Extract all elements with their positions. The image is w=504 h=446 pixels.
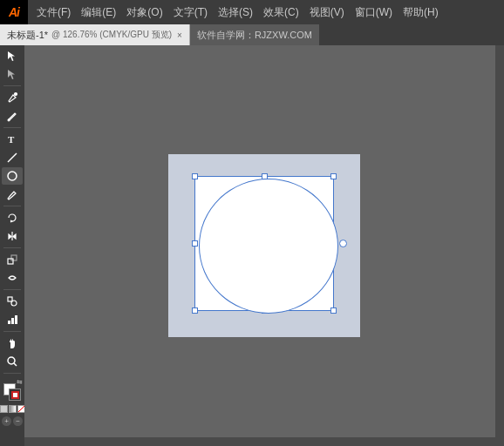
svg-rect-11 bbox=[8, 297, 12, 301]
tab-active-info: @ 126.76% (CMYK/GPU 预览) bbox=[51, 29, 172, 41]
selection-tool[interactable] bbox=[2, 47, 23, 64]
menu-view[interactable]: 视图(V) bbox=[304, 0, 350, 24]
menu-object[interactable]: 对象(O) bbox=[121, 0, 167, 24]
main-area: T bbox=[0, 45, 504, 446]
tool-separator-7 bbox=[3, 373, 21, 374]
app-logo: Ai bbox=[0, 0, 28, 24]
svg-text:T: T bbox=[8, 134, 15, 145]
tool-separator-1 bbox=[3, 85, 21, 86]
svg-rect-14 bbox=[11, 318, 14, 324]
svg-point-12 bbox=[11, 301, 17, 306]
line-tool[interactable] bbox=[2, 149, 23, 166]
menu-help[interactable]: 帮助(H) bbox=[398, 0, 444, 24]
svg-point-5 bbox=[8, 172, 17, 180]
menu-text[interactable]: 文字(T) bbox=[168, 0, 213, 24]
tab-inactive[interactable]: 软件自学网：RJZXW.COM bbox=[190, 24, 319, 45]
menu-bar: 文件(F) 编辑(E) 对象(O) 文字(T) 选择(S) 效果(C) 视图(V… bbox=[28, 0, 504, 24]
canvas-area[interactable] bbox=[24, 45, 504, 446]
tool-separator-3 bbox=[3, 206, 21, 206]
tool-separator-2 bbox=[3, 127, 21, 128]
svg-line-4 bbox=[8, 153, 17, 162]
horizontal-scrollbar[interactable] bbox=[24, 437, 495, 446]
tab-active[interactable]: 未标题-1* @ 126.76% (CMYK/GPU 预览) × bbox=[0, 24, 190, 45]
tab-bar: 未标题-1* @ 126.76% (CMYK/GPU 预览) × 软件自学网：R… bbox=[0, 24, 504, 45]
svg-marker-8 bbox=[13, 234, 16, 239]
svg-point-2 bbox=[15, 93, 17, 96]
tool-separator-4 bbox=[3, 247, 21, 248]
handle-top-left[interactable] bbox=[192, 173, 198, 179]
zoom-out-button[interactable]: − bbox=[13, 416, 23, 426]
direct-selection-tool[interactable] bbox=[2, 65, 23, 83]
handle-bottom-right[interactable] bbox=[330, 307, 337, 314]
handle-left-mid[interactable] bbox=[192, 240, 198, 247]
menu-window[interactable]: 窗口(W) bbox=[350, 0, 398, 24]
handle-top-right[interactable] bbox=[330, 173, 337, 179]
graph-tool[interactable] bbox=[2, 311, 23, 328]
type-tool[interactable]: T bbox=[2, 131, 23, 148]
menu-file[interactable]: 文件(F) bbox=[31, 0, 76, 24]
title-bar: Ai 文件(F) 编辑(E) 对象(O) 文字(T) 选择(S) 效果(C) 视… bbox=[0, 0, 504, 24]
reflect-tool[interactable] bbox=[2, 227, 23, 245]
menu-select[interactable]: 选择(S) bbox=[213, 0, 258, 24]
anchor-circle[interactable] bbox=[339, 240, 347, 247]
tab-close-button[interactable]: × bbox=[177, 30, 182, 40]
toolbar: T bbox=[0, 45, 24, 446]
swap-colors-button[interactable]: ⇆ bbox=[17, 378, 23, 386]
svg-point-16 bbox=[8, 357, 15, 364]
menu-effect[interactable]: 效果(C) bbox=[258, 0, 304, 24]
none-mode-button[interactable] bbox=[17, 405, 25, 413]
shape-builder-tool[interactable] bbox=[2, 293, 23, 310]
hand-tool[interactable] bbox=[2, 334, 23, 352]
warp-tool[interactable] bbox=[2, 269, 23, 287]
zoom-tool[interactable] bbox=[2, 353, 23, 370]
svg-line-17 bbox=[14, 363, 17, 366]
fill-stroke-section: ⇆ bbox=[2, 378, 23, 402]
menu-edit[interactable]: 编辑(E) bbox=[76, 0, 121, 24]
zoom-row: + − bbox=[2, 416, 23, 426]
svg-rect-10 bbox=[11, 255, 17, 260]
gradient-mode-button[interactable] bbox=[9, 405, 17, 413]
pencil-tool[interactable] bbox=[2, 107, 23, 125]
paintbrush-tool[interactable] bbox=[2, 186, 23, 203]
svg-rect-9 bbox=[8, 259, 13, 264]
scale-tool[interactable] bbox=[2, 251, 23, 268]
artboard bbox=[168, 154, 360, 337]
tool-separator-6 bbox=[3, 331, 21, 332]
svg-marker-7 bbox=[9, 234, 11, 239]
handle-bottom-left[interactable] bbox=[192, 307, 198, 314]
stroke-color-box[interactable] bbox=[9, 389, 21, 401]
svg-marker-0 bbox=[8, 51, 15, 61]
color-mode-row bbox=[0, 405, 24, 413]
svg-rect-13 bbox=[8, 321, 10, 324]
svg-rect-15 bbox=[15, 315, 17, 324]
tab-inactive-label: 软件自学网：RJZXW.COM bbox=[197, 29, 312, 42]
rotate-tool[interactable] bbox=[2, 209, 23, 226]
svg-marker-1 bbox=[8, 70, 15, 79]
color-mode-button[interactable] bbox=[0, 405, 8, 413]
tab-active-label: 未标题-1* bbox=[7, 29, 48, 42]
pen-tool[interactable] bbox=[2, 89, 23, 106]
tool-separator-5 bbox=[3, 289, 21, 290]
vertical-scrollbar[interactable] bbox=[495, 45, 504, 446]
shape-ellipse[interactable] bbox=[199, 179, 338, 314]
ellipse-tool[interactable] bbox=[2, 167, 23, 185]
zoom-in-button[interactable]: + bbox=[2, 416, 11, 426]
